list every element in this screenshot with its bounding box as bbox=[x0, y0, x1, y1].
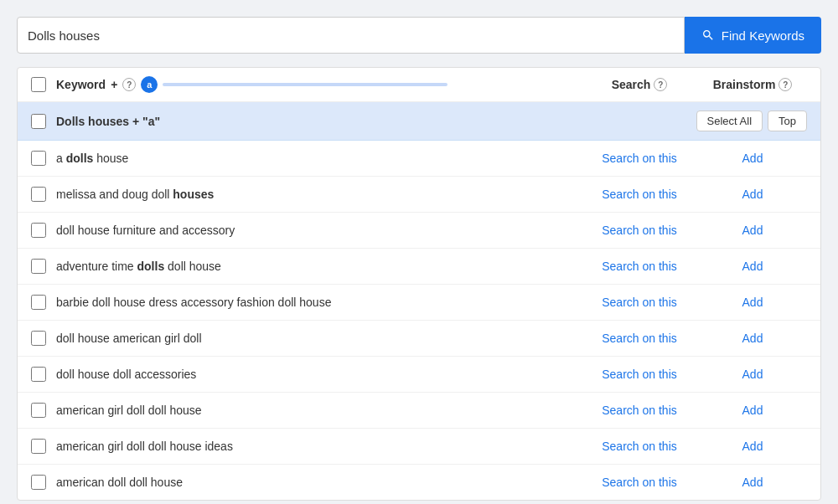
search-help-icon[interactable]: ? bbox=[654, 78, 667, 91]
keyword-row: doll house american girl dollSearch on t… bbox=[18, 321, 820, 357]
search-on-this-link-9[interactable]: Search on this bbox=[581, 476, 698, 489]
keyword-text-0: a dolls house bbox=[56, 152, 581, 165]
keyword-text-4: barbie doll house dress accessory fashio… bbox=[56, 296, 581, 309]
keyword-row: american girl doll doll houseSearch on t… bbox=[18, 393, 820, 429]
row-checkbox-3[interactable] bbox=[31, 259, 46, 274]
keyword-row: adventure time dolls doll houseSearch on… bbox=[18, 249, 820, 285]
header-row: Keyword + ? a Search ? Brainstorm ? bbox=[18, 68, 820, 102]
group-row: Dolls houses + "a" Select All Top bbox=[18, 102, 820, 141]
search-on-this-link-7[interactable]: Search on this bbox=[581, 404, 698, 417]
row-checkbox-4[interactable] bbox=[31, 295, 46, 310]
keyword-row: barbie doll house dress accessory fashio… bbox=[18, 285, 820, 321]
search-on-this-link-1[interactable]: Search on this bbox=[581, 188, 698, 201]
row-checkbox-2[interactable] bbox=[31, 223, 46, 238]
search-bar: Find Keywords bbox=[17, 17, 821, 54]
search-on-this-link-4[interactable]: Search on this bbox=[581, 296, 698, 309]
keyword-text-6: doll house doll accessories bbox=[56, 368, 581, 381]
keyword-label: Keyword bbox=[56, 78, 106, 91]
row-checkbox-6[interactable] bbox=[31, 367, 46, 382]
find-keywords-label: Find Keywords bbox=[722, 28, 804, 43]
search-on-this-link-2[interactable]: Search on this bbox=[581, 224, 698, 237]
search-on-this-link-8[interactable]: Search on this bbox=[581, 440, 698, 453]
add-link-3[interactable]: Add bbox=[698, 260, 807, 273]
search-icon bbox=[701, 28, 715, 42]
keyword-list: a dolls houseSearch on thisAddmelissa an… bbox=[18, 141, 820, 500]
keyword-row: melissa and doug doll housesSearch on th… bbox=[18, 177, 820, 213]
brainstorm-column-header: Brainstorm ? bbox=[698, 78, 807, 91]
header-checkbox[interactable] bbox=[31, 77, 46, 92]
brainstorm-help-icon[interactable]: ? bbox=[779, 78, 792, 91]
page-wrapper: Find Keywords Keyword + ? a Search ? bbox=[0, 0, 838, 504]
keyword-text-7: american girl doll doll house bbox=[56, 404, 581, 417]
add-link-7[interactable]: Add bbox=[698, 404, 807, 417]
search-on-this-link-0[interactable]: Search on this bbox=[581, 152, 698, 165]
keyword-text-1: melissa and doug doll houses bbox=[56, 188, 581, 201]
add-link-4[interactable]: Add bbox=[698, 296, 807, 309]
row-checkbox-1[interactable] bbox=[31, 187, 46, 202]
keyword-row: american doll doll houseSearch on thisAd… bbox=[18, 465, 820, 500]
add-link-6[interactable]: Add bbox=[698, 368, 807, 381]
keyword-text-5: doll house american girl doll bbox=[56, 332, 581, 345]
main-panel: Keyword + ? a Search ? Brainstorm ? bbox=[17, 67, 821, 501]
keyword-row: american girl doll doll house ideasSearc… bbox=[18, 429, 820, 465]
group-checkbox[interactable] bbox=[31, 114, 46, 129]
add-link-2[interactable]: Add bbox=[698, 224, 807, 237]
keyword-text-9: american doll doll house bbox=[56, 476, 581, 489]
search-column-header: Search ? bbox=[581, 78, 698, 91]
row-checkbox-7[interactable] bbox=[31, 403, 46, 418]
search-input[interactable] bbox=[28, 28, 674, 43]
keyword-row: doll house furniture and accessorySearch… bbox=[18, 213, 820, 249]
keyword-row: a dolls houseSearch on thisAdd bbox=[18, 141, 820, 177]
keyword-text-3: adventure time dolls doll house bbox=[56, 260, 581, 273]
top-button[interactable]: Top bbox=[768, 111, 807, 131]
add-link-9[interactable]: Add bbox=[698, 476, 807, 489]
find-keywords-button[interactable]: Find Keywords bbox=[685, 17, 821, 54]
search-on-this-link-6[interactable]: Search on this bbox=[581, 368, 698, 381]
keyword-text-8: american girl doll doll house ideas bbox=[56, 440, 581, 453]
keyword-help-icon[interactable]: ? bbox=[122, 78, 136, 91]
search-input-wrapper bbox=[17, 17, 685, 54]
group-label: Dolls houses + "a" bbox=[56, 115, 696, 128]
slider-bar bbox=[163, 83, 447, 86]
select-all-button[interactable]: Select All bbox=[696, 111, 763, 131]
keyword-plus: + bbox=[111, 78, 117, 91]
add-link-1[interactable]: Add bbox=[698, 188, 807, 201]
row-checkbox-5[interactable] bbox=[31, 331, 46, 346]
row-checkbox-8[interactable] bbox=[31, 439, 46, 454]
search-on-this-link-3[interactable]: Search on this bbox=[581, 260, 698, 273]
badge-a: a bbox=[141, 76, 158, 93]
keyword-text-2: doll house furniture and accessory bbox=[56, 224, 581, 237]
add-link-8[interactable]: Add bbox=[698, 440, 807, 453]
row-checkbox-9[interactable] bbox=[31, 475, 46, 490]
keyword-header: Keyword + ? a bbox=[56, 76, 581, 93]
add-link-5[interactable]: Add bbox=[698, 332, 807, 345]
add-link-0[interactable]: Add bbox=[698, 152, 807, 165]
keyword-row: doll house doll accessoriesSearch on thi… bbox=[18, 357, 820, 393]
search-on-this-link-5[interactable]: Search on this bbox=[581, 332, 698, 345]
row-checkbox-0[interactable] bbox=[31, 151, 46, 166]
